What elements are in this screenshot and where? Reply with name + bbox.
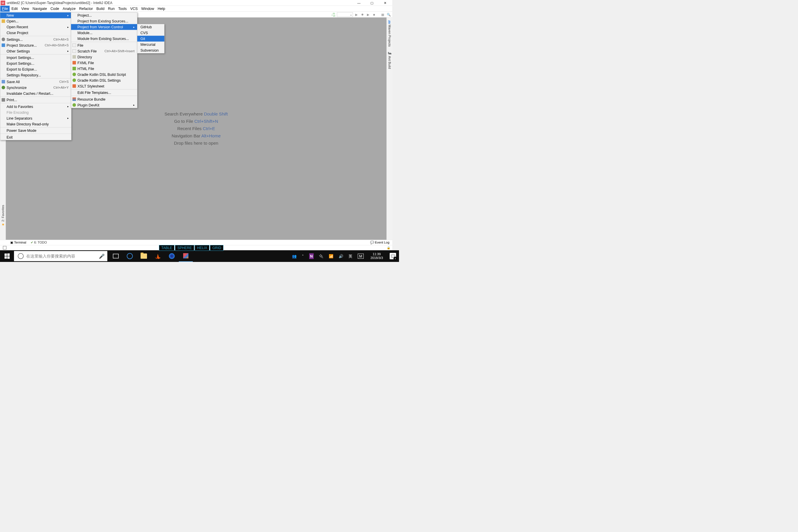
file-add-favorites[interactable]: Add to Favorites▸ bbox=[0, 103, 72, 109]
new-gradle-settings[interactable]: Gradle Kotlin DSL Settings bbox=[71, 77, 137, 83]
new-project-vc[interactable]: Project from Version Control▸ bbox=[71, 24, 137, 30]
intellij-task-icon[interactable] bbox=[179, 250, 193, 262]
vc-subversion[interactable]: Subversion bbox=[137, 48, 165, 53]
run-icon[interactable]: ▶ bbox=[354, 12, 359, 17]
file-export-eclipse[interactable]: Export to Eclipse... bbox=[0, 66, 72, 72]
stop-icon[interactable]: ■ bbox=[372, 12, 376, 17]
make-icon[interactable]: ↓0110 bbox=[331, 12, 336, 17]
menu-edit[interactable]: Edit bbox=[10, 6, 20, 12]
volume-icon[interactable]: 🔊 bbox=[339, 254, 343, 259]
groove-icon[interactable] bbox=[165, 250, 179, 262]
debug-icon[interactable]: ✸ bbox=[360, 12, 365, 17]
new-xslt[interactable]: XSLT Stylesheet bbox=[71, 83, 137, 89]
cortana-search[interactable]: 在这里输入你要搜索的内容 🎤 bbox=[14, 251, 107, 261]
event-log-tab[interactable]: 💬 Event Log bbox=[370, 241, 390, 244]
file-make-readonly[interactable]: Make Directory Read-only bbox=[0, 121, 72, 127]
file-open-recent[interactable]: Open Recent▸ bbox=[0, 24, 72, 30]
file-save-all[interactable]: Save AllCtrl+S bbox=[0, 79, 72, 84]
file-exit[interactable]: Exit bbox=[0, 134, 72, 140]
file-open[interactable]: Open... bbox=[0, 18, 72, 24]
menu-navigate[interactable]: Navigate bbox=[31, 6, 49, 12]
start-button[interactable] bbox=[0, 250, 14, 262]
ime-mode[interactable]: M bbox=[358, 253, 364, 259]
ime-lang[interactable]: 英 bbox=[348, 253, 352, 259]
new-directory[interactable]: Directory bbox=[71, 54, 137, 60]
lock-icon[interactable]: 🔒 bbox=[387, 246, 391, 249]
new-gradle-build[interactable]: Gradle Kotlin DSL Build Script bbox=[71, 72, 137, 77]
onenote-tray-icon[interactable]: N bbox=[309, 253, 314, 259]
file-settings-repo[interactable]: Settings Repository... bbox=[0, 72, 72, 78]
file-invalidate[interactable]: Invalidate Caches / Restart... bbox=[0, 90, 72, 96]
clock[interactable]: 11:39 2018/3/3 bbox=[370, 252, 383, 260]
vc-git[interactable]: Git bbox=[137, 36, 165, 42]
tab-table[interactable]: TABLE bbox=[159, 245, 174, 251]
file-synchronize[interactable]: SynchronizeCtrl+Alt+Y bbox=[0, 84, 72, 90]
terminal-tab[interactable]: ▣ Terminal bbox=[10, 241, 26, 244]
menu-build[interactable]: Build bbox=[95, 6, 107, 12]
file-close-project[interactable]: Close Project bbox=[0, 30, 72, 36]
new-project-existing[interactable]: Project from Existing Sources... bbox=[71, 18, 137, 24]
file-print[interactable]: Print... bbox=[0, 97, 72, 103]
file-project-structure[interactable]: Project Structure...Ctrl+Alt+Shift+S bbox=[0, 42, 72, 48]
menu-view[interactable]: View bbox=[20, 6, 31, 12]
menu-help[interactable]: Help bbox=[156, 6, 167, 12]
close-button[interactable]: ✕ bbox=[379, 0, 392, 6]
wifi-icon[interactable]: 📶 bbox=[329, 254, 334, 259]
project-structure-icon[interactable]: ▦ bbox=[381, 12, 385, 17]
cortana-icon bbox=[18, 253, 24, 259]
menu-code[interactable]: Code bbox=[49, 6, 61, 12]
new-plugin-devkit[interactable]: Plugin DevKit▸ bbox=[71, 102, 137, 108]
file-import-settings[interactable]: Import Settings... bbox=[0, 55, 72, 61]
run-config-combo[interactable]: ⌄ bbox=[337, 12, 353, 17]
todo-tab[interactable]: ✔ 6: TODO bbox=[31, 241, 47, 244]
hint-recent: Recent Files Ctrl+E bbox=[177, 126, 215, 131]
task-view-icon[interactable] bbox=[109, 250, 123, 262]
new-resource-bundle[interactable]: Resource Bundle bbox=[71, 96, 137, 102]
hint-gotofile: Go to File Ctrl+Shift+N bbox=[174, 119, 218, 124]
maximize-button[interactable]: ▢ bbox=[365, 0, 379, 6]
new-file[interactable]: File bbox=[71, 42, 137, 48]
new-module-existing[interactable]: Module from Existing Sources... bbox=[71, 36, 137, 42]
new-module[interactable]: Module... bbox=[71, 30, 137, 36]
maven-tab[interactable]: mMaven Projects bbox=[387, 20, 392, 47]
favorites-tab[interactable]: ★ 2: Favorites bbox=[0, 204, 6, 228]
notification-icon[interactable]: 💬3 bbox=[390, 253, 396, 259]
mic-icon[interactable]: 🎤 bbox=[99, 253, 105, 259]
tab-grid[interactable]: GRID bbox=[210, 245, 223, 251]
matlab-icon[interactable] bbox=[151, 250, 165, 262]
people-icon[interactable]: 👥 bbox=[292, 254, 297, 259]
file-other-settings[interactable]: Other Settings▸ bbox=[0, 48, 72, 54]
minimize-button[interactable]: — bbox=[352, 0, 365, 6]
hint-navbar: Navigation Bar Alt+Home bbox=[171, 134, 221, 138]
ant-tab[interactable]: 🐜Ant Build bbox=[387, 51, 392, 69]
new-edit-templates[interactable]: Edit File Templates... bbox=[71, 90, 137, 96]
new-project[interactable]: Project... bbox=[71, 13, 137, 18]
menu-window[interactable]: Window bbox=[139, 6, 156, 12]
edge-icon[interactable] bbox=[123, 250, 137, 262]
new-html[interactable]: HTML File bbox=[71, 65, 137, 72]
tool-window-toggle-icon[interactable] bbox=[3, 246, 6, 249]
menu-refactor[interactable]: Refactor bbox=[77, 6, 95, 12]
file-settings[interactable]: Settings...Ctrl+Alt+S bbox=[0, 36, 72, 42]
new-scratch[interactable]: Scratch FileCtrl+Alt+Shift+Insert bbox=[71, 48, 137, 54]
search-icon[interactable]: 🔍 bbox=[386, 12, 391, 17]
coverage-icon[interactable]: ▶ bbox=[366, 12, 370, 17]
menu-analyze[interactable]: Analyze bbox=[61, 6, 77, 12]
file-power-save[interactable]: Power Save Mode bbox=[0, 128, 72, 134]
tab-helix[interactable]: HELIX bbox=[194, 245, 209, 251]
power-icon[interactable]: 🔌 bbox=[319, 254, 323, 259]
explorer-icon[interactable] bbox=[137, 250, 151, 262]
file-export-settings[interactable]: Export Settings... bbox=[0, 61, 72, 66]
tray-chevron-icon[interactable]: ˄ bbox=[302, 254, 304, 259]
menu-tools[interactable]: Tools bbox=[116, 6, 128, 12]
menu-vcs[interactable]: VCS bbox=[128, 6, 139, 12]
vc-cvs[interactable]: CVS bbox=[137, 30, 165, 36]
menu-run[interactable]: Run bbox=[106, 6, 116, 12]
tab-sphere[interactable]: SPHERE bbox=[175, 245, 194, 251]
file-line-separators[interactable]: Line Separators▸ bbox=[0, 115, 72, 121]
vc-github[interactable]: GitHub bbox=[137, 24, 165, 30]
file-new[interactable]: New▸ bbox=[0, 13, 72, 18]
menu-file[interactable]: File bbox=[0, 6, 10, 12]
new-fxml[interactable]: FXML File bbox=[71, 60, 137, 65]
vc-mercurial[interactable]: Mercurial bbox=[137, 42, 165, 48]
